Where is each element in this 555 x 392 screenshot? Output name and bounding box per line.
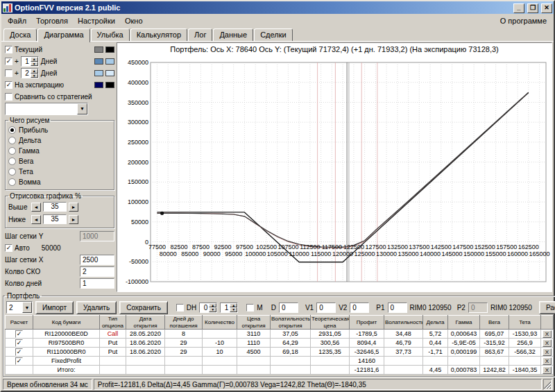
cell-delta[interactable]: -1,71 xyxy=(423,348,448,357)
dh-stepper-2-buttons[interactable]: ▲▼ xyxy=(230,303,237,312)
save-button[interactable]: Сохранить xyxy=(119,301,168,314)
column-header[interactable]: Вега xyxy=(480,316,509,330)
draw-option-gamma[interactable]: Гамма xyxy=(8,146,111,156)
m-checkbox[interactable] xyxy=(246,304,254,312)
draw-option-profit[interactable]: Прибыль xyxy=(8,125,111,135)
cell-gamma[interactable]: 0,000643 xyxy=(448,330,480,339)
tab-data[interactable]: Данные xyxy=(213,28,253,42)
cell-theo[interactable]: 2931,05 xyxy=(311,330,350,339)
auto-checkbox[interactable]: ✓ xyxy=(5,244,12,252)
cell-delta[interactable]: 5,72 xyxy=(423,330,448,339)
spin-down-icon[interactable]: ▼ xyxy=(31,74,38,78)
row-calc-checkbox[interactable]: ✓ xyxy=(15,348,23,356)
cell-days[interactable] xyxy=(165,357,203,366)
cell-vega[interactable]: -315,92 xyxy=(480,339,509,348)
current-fill-color-swatch[interactable] xyxy=(105,46,114,53)
expiry-line-color-swatch[interactable] xyxy=(94,82,103,88)
cell-gamma[interactable] xyxy=(448,357,480,366)
menu-settings[interactable]: Настройки xyxy=(73,15,120,26)
cell-date[interactable]: 18.06.2020 xyxy=(126,348,165,357)
tab-deals[interactable]: Сделки xyxy=(254,28,293,42)
profit-chart[interactable]: 4500004000003500003000002500002000001500… xyxy=(117,56,552,291)
cell-type[interactable]: Put xyxy=(100,348,126,357)
cell-qty[interactable]: -10 xyxy=(203,339,237,348)
radio-theta[interactable] xyxy=(8,168,16,176)
cell-date[interactable] xyxy=(126,366,165,375)
remove-row-button[interactable]: X xyxy=(543,330,552,338)
below-decrement-button[interactable]: ◄ xyxy=(31,215,41,224)
plus1-days-value[interactable]: 1 xyxy=(22,57,31,66)
column-header[interactable]: Код бумаги xyxy=(33,316,100,330)
dh-checkbox[interactable] xyxy=(176,304,184,312)
cell-date[interactable]: 18.06.2020 xyxy=(126,339,165,348)
cell-days[interactable]: 8 xyxy=(165,330,203,339)
plus2-spin-buttons[interactable]: ▲▼ xyxy=(31,69,38,78)
cell-vol[interactable] xyxy=(384,366,423,375)
column-header[interactable]: Количество xyxy=(203,316,237,330)
cell-type[interactable] xyxy=(100,357,126,366)
close-button[interactable]: ✕ xyxy=(541,3,552,13)
cell-theta[interactable]: -1530,93 xyxy=(509,330,541,339)
expiry-fill-color-swatch[interactable] xyxy=(105,82,114,88)
tab-board[interactable]: Доска xyxy=(3,28,37,42)
v2-input[interactable]: 0 xyxy=(350,302,369,313)
cell-theo[interactable]: 300,56 xyxy=(311,339,350,348)
cell-price[interactable]: 4500 xyxy=(237,348,271,357)
above-decrement-button[interactable]: ◄ xyxy=(31,203,41,212)
radio-profit[interactable] xyxy=(8,126,16,134)
dh-stepper-1[interactable]: 0 ▲▼ xyxy=(199,302,217,313)
plus1-days-stepper[interactable]: 1 ▲▼ xyxy=(21,56,39,67)
cell-date[interactable] xyxy=(126,357,165,366)
cell-type[interactable] xyxy=(100,366,126,375)
cell-qty[interactable]: 10 xyxy=(203,348,237,357)
cell-theo[interactable]: 1235,35 xyxy=(311,348,350,357)
delete-button[interactable]: Удалить xyxy=(76,301,117,314)
row-calc-checkbox[interactable]: ✓ xyxy=(15,357,23,365)
cell-vega[interactable]: 1242,82 xyxy=(480,366,509,375)
tab-smile[interactable]: Улыбка xyxy=(91,28,130,42)
dh-stepper-2[interactable]: 1 ▲▼ xyxy=(220,302,238,313)
cell-price[interactable] xyxy=(237,366,271,375)
sko-input[interactable]: 2 xyxy=(80,266,114,277)
remove-row-button[interactable]: X xyxy=(543,357,552,365)
cell-delta[interactable]: 4,45 xyxy=(423,366,448,375)
d-input[interactable]: 0 xyxy=(279,302,298,313)
expiry-checkbox[interactable]: ✓ xyxy=(5,81,12,89)
column-header[interactable]: Дата открытия xyxy=(126,316,165,330)
draw-option-delta[interactable]: Дельта xyxy=(8,135,111,146)
import-button[interactable]: Импорт xyxy=(35,301,74,314)
cell-days[interactable]: 29 xyxy=(165,348,203,357)
cell-profit[interactable]: 14160 xyxy=(350,357,384,366)
p1-input[interactable]: 0 xyxy=(388,302,407,313)
cell-code[interactable]: Итого: xyxy=(33,366,100,375)
dh-stepper-1-value[interactable]: 0 xyxy=(200,303,209,312)
cell-code[interactable]: RI97500BR0 xyxy=(33,339,100,348)
cell-type[interactable]: Put xyxy=(100,339,126,348)
plus1-spin-buttons[interactable]: ▲▼ xyxy=(31,57,38,66)
draw-option-vomma[interactable]: Вомма xyxy=(8,177,111,187)
cell-vol_open[interactable]: 37,05 xyxy=(271,330,311,339)
cell-price[interactable]: 1110 xyxy=(237,339,271,348)
cell-code[interactable]: FixedProfit xyxy=(33,357,100,366)
calc-go-button[interactable]: Рассчитать ГО xyxy=(539,301,555,314)
p2-input[interactable]: 0 xyxy=(468,302,488,313)
plus2-days-value[interactable]: 2 xyxy=(22,69,31,78)
below-increment-button[interactable]: ► xyxy=(69,215,78,224)
row-calc-checkbox[interactable]: ✓ xyxy=(15,339,23,347)
cell-gamma[interactable]: 0,000199 xyxy=(448,348,480,357)
column-header[interactable]: Цена открытия xyxy=(237,316,271,330)
column-header[interactable]: Тип опциона xyxy=(100,316,126,330)
cell-vega[interactable] xyxy=(480,357,509,366)
cell-code[interactable]: RI110000BR0 xyxy=(33,348,100,357)
v1-input[interactable]: 0 xyxy=(316,302,336,313)
cell-code[interactable]: RI120000BE0D xyxy=(33,330,100,339)
below-value[interactable]: 35 xyxy=(43,214,67,224)
column-header[interactable]: Профит xyxy=(350,316,384,330)
grid-x-input[interactable]: 2500 xyxy=(80,255,114,265)
cell-theta[interactable]: -566,32 xyxy=(509,348,541,357)
column-header[interactable]: Теоретическая цена xyxy=(311,316,350,330)
titlebar[interactable]: OptionFVV версия 2.1 public _ ❒ ✕ xyxy=(1,1,554,14)
plus2-fill-color-swatch[interactable] xyxy=(105,70,114,76)
tab-diagram[interactable]: Диаграмма xyxy=(37,28,89,42)
cell-theta[interactable]: 256,9 xyxy=(509,339,541,348)
